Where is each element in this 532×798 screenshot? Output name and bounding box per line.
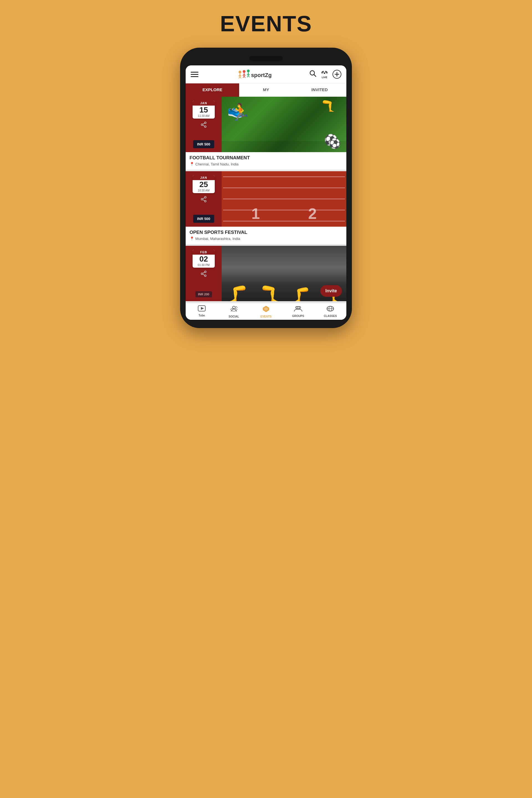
svg-line-17 (248, 75, 249, 77)
invite-button[interactable]: Invite (320, 285, 342, 297)
svg-line-20 (314, 75, 316, 76)
nav-item-social[interactable]: SOCIAL (218, 305, 250, 318)
svg-point-12 (247, 70, 250, 72)
svg-line-33 (203, 200, 205, 201)
calendar-badge-2: JAN 25 10:30 AM (193, 175, 215, 193)
nav-label-social: SOCIAL (229, 315, 239, 318)
event-card-2: JAN 25 10:30 AM (186, 171, 346, 244)
event-address-2: Mumbai, Maharashtra, India (195, 236, 240, 241)
event-card-3: FEB 02 01:30 PM (186, 246, 346, 301)
event-name-2: OPEN SPORTS FESTIVAL (190, 230, 342, 235)
events-icon (262, 305, 270, 314)
svg-line-28 (203, 125, 205, 126)
event-location-1: 📍 Chennai, Tamil Nadu, India (190, 162, 342, 166)
svg-line-27 (203, 123, 205, 124)
add-button[interactable] (332, 70, 341, 79)
svg-rect-42 (232, 309, 235, 311)
nav-item-groups[interactable]: GROUPS (282, 305, 314, 318)
page-title: EVENTS (220, 11, 312, 37)
price-badge-3: INR 200 (195, 291, 212, 297)
event-image-2: 1 2 (222, 171, 346, 227)
share-button-1[interactable] (200, 121, 207, 130)
header-icons: LIVE (309, 70, 341, 79)
share-button-2[interactable] (200, 196, 207, 204)
phone-device: sportZgrid (180, 48, 352, 328)
event-location-2: 📍 Mumbai, Maharashtra, India (190, 236, 342, 241)
live-button[interactable]: LIVE (320, 70, 329, 79)
phone-screen: sportZgrid (186, 65, 346, 320)
tube-icon (198, 305, 206, 313)
events-list: JAN 15 11:30 AM (186, 97, 346, 303)
price-badge-1: INR 500 (193, 140, 214, 148)
svg-line-32 (203, 197, 205, 199)
svg-marker-40 (201, 307, 204, 310)
event-sidebar-3: FEB 02 01:30 PM (186, 246, 222, 301)
svg-point-0 (239, 71, 241, 73)
menu-button[interactable] (191, 72, 198, 77)
svg-line-38 (203, 274, 205, 275)
groups-icon (294, 305, 302, 314)
nav-item-classes[interactable]: CLASSES (314, 305, 346, 318)
svg-point-6 (243, 70, 246, 73)
search-button[interactable] (309, 70, 317, 79)
tab-invited[interactable]: INVITED (293, 83, 346, 97)
tabs-bar: EXPLORE MY INVITED (186, 83, 346, 97)
location-pin-1: 📍 (190, 162, 194, 166)
classes-icon (326, 305, 334, 314)
svg-point-21 (324, 72, 325, 74)
nav-label-classes: CLASSES (324, 315, 337, 318)
share-button-3[interactable] (200, 270, 207, 279)
nav-item-tube[interactable]: Tube (186, 305, 218, 318)
event-sidebar-1: JAN 15 11:30 AM (186, 97, 222, 152)
app-header: sportZgrid (186, 65, 346, 83)
event-month-3: FEB (193, 250, 215, 255)
event-info-1: FOOTBALL TOURNAMENT 📍 Chennai, Tamil Nad… (186, 152, 346, 170)
event-day-2: 25 (193, 180, 215, 189)
nav-item-events[interactable]: EVENTS (250, 305, 282, 318)
event-info-2: OPEN SPORTS FESTIVAL 📍 Mumbai, Maharasht… (186, 227, 346, 244)
nav-label-groups: GROUPS (292, 315, 304, 318)
event-sidebar-2: JAN 25 10:30 AM (186, 171, 222, 227)
event-image-3: 🦵 🦵 🦵 🦵 Invite (222, 246, 346, 301)
svg-line-4 (239, 76, 240, 78)
event-time-2: 10:30 AM (193, 189, 215, 193)
event-time-3: 01:30 PM (193, 264, 215, 268)
live-label: LIVE (322, 76, 327, 79)
event-day-3: 02 (193, 255, 215, 264)
event-time-1: 11:30 AM (193, 114, 215, 119)
svg-line-10 (243, 76, 244, 78)
svg-line-5 (240, 76, 241, 78)
social-icon (230, 305, 238, 314)
nav-label-tube: Tube (198, 314, 205, 317)
svg-line-11 (244, 76, 245, 78)
tab-explore[interactable]: EXPLORE (186, 83, 239, 97)
svg-text:sportZgrid: sportZgrid (251, 72, 272, 78)
event-image-1: 👟 ⚽ 🦵 (222, 97, 346, 152)
calendar-badge-1: JAN 15 11:30 AM (193, 100, 215, 119)
phone-notch (249, 56, 283, 61)
location-pin-2: 📍 (190, 236, 194, 241)
price-badge-2: INR 500 (193, 215, 214, 223)
svg-point-48 (297, 306, 299, 309)
logo: sportZgrid (236, 69, 272, 80)
svg-line-37 (203, 272, 205, 273)
svg-line-16 (247, 75, 248, 77)
event-address-1: Chennai, Tamil Nadu, India (195, 162, 239, 166)
event-card-1: JAN 15 11:30 AM (186, 97, 346, 170)
event-day-1: 15 (193, 106, 215, 114)
nav-label-events: EVENTS (261, 315, 271, 318)
event-month-1: JAN (193, 100, 215, 106)
tab-my[interactable]: MY (239, 83, 292, 97)
bottom-nav: Tube SOCIAL (186, 303, 346, 320)
event-month-2: JAN (193, 175, 215, 180)
event-name-1: FOOTBALL TOURNAMENT (190, 155, 342, 161)
calendar-badge-3: FEB 02 01:30 PM (193, 250, 215, 268)
